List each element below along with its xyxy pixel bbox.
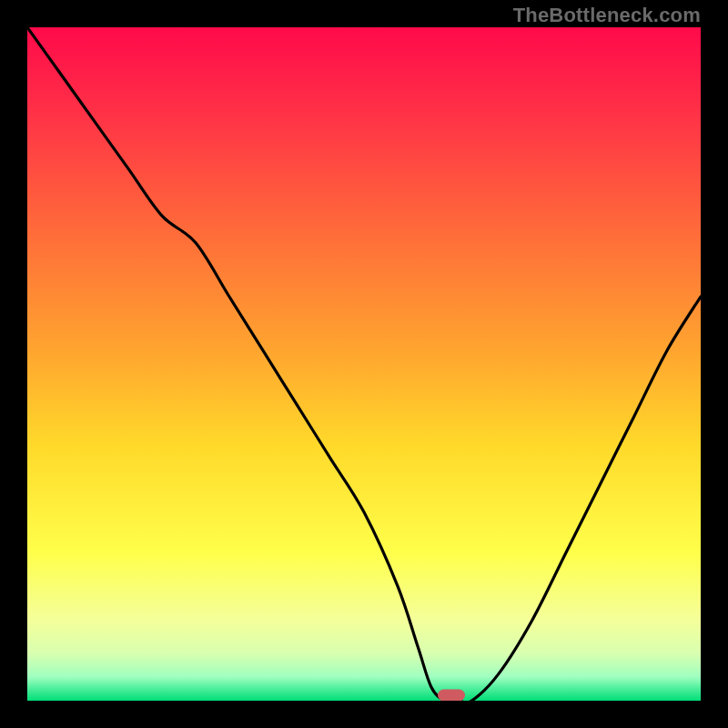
plot-svg [27,27,701,701]
plot-area [27,27,701,701]
watermark-text: TheBottleneck.com [513,4,701,27]
optimal-marker [438,690,465,702]
chart-stage: TheBottleneck.com [0,0,728,728]
gradient-background [27,27,701,701]
